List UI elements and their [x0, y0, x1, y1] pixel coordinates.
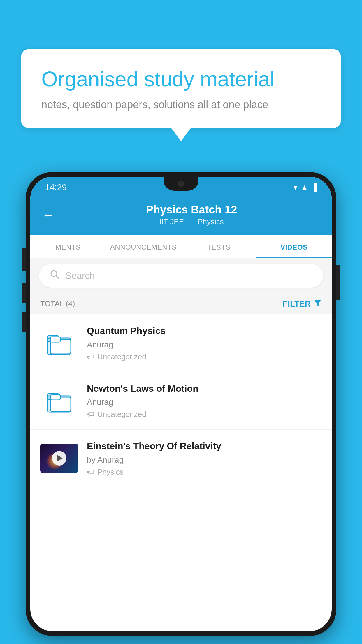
- volume-up-button: [22, 283, 26, 303]
- item-title: Newton's Laws of Motion: [87, 383, 322, 395]
- status-bar: 14:29 ▾ ▲ ▐: [30, 177, 332, 198]
- phone-screen: 14:29 ▾ ▲ ▐ ← Physics Batch 12 IIT JEE: [30, 177, 332, 631]
- tab-tests[interactable]: TESTS: [181, 235, 256, 258]
- item-info: Einstein's Theory Of Relativity by Anura…: [87, 440, 322, 477]
- phone-outer: 14:29 ▾ ▲ ▐ ← Physics Batch 12 IIT JEE: [26, 172, 336, 636]
- status-time: 14:29: [45, 182, 67, 192]
- back-button[interactable]: ←: [42, 209, 54, 221]
- item-info: Quantum Physics Anurag 🏷 Uncategorized: [87, 325, 322, 361]
- subtitle-physics: Physics: [198, 217, 224, 226]
- search-container: Search: [30, 258, 332, 293]
- tag-label: Uncategorized: [97, 410, 146, 419]
- item-tag: 🏷 Physics: [87, 468, 322, 477]
- filter-funnel-icon: [314, 299, 322, 309]
- item-title: Quantum Physics: [87, 325, 322, 337]
- phone-frame: 14:29 ▾ ▲ ▐ ← Physics Batch 12 IIT JEE: [26, 172, 336, 644]
- subtitle-iit: IIT JEE: [159, 217, 184, 226]
- item-thumbnail: [40, 328, 78, 358]
- phone-notch: [164, 177, 198, 191]
- svg-rect-8: [50, 337, 60, 342]
- list-item[interactable]: Einstein's Theory Of Relativity by Anura…: [30, 430, 332, 487]
- filter-button[interactable]: FILTER: [283, 299, 322, 309]
- camera: [178, 181, 184, 187]
- svg-marker-2: [314, 300, 321, 306]
- play-button-overlay[interactable]: [52, 451, 66, 466]
- tab-announcements[interactable]: ANNOUNCEMENTS: [106, 235, 181, 258]
- tag-label: Uncategorized: [97, 352, 146, 361]
- item-author: Anurag: [87, 340, 322, 349]
- item-thumbnail-video: [40, 444, 78, 473]
- hero-title: Organised study material: [41, 66, 321, 92]
- tab-ments[interactable]: MENTS: [30, 235, 106, 258]
- status-icons: ▾ ▲ ▐: [294, 183, 317, 192]
- search-bar[interactable]: Search: [39, 264, 323, 288]
- tag-icon: 🏷: [87, 352, 94, 361]
- app-header: ← Physics Batch 12 IIT JEE Physics: [30, 198, 332, 235]
- item-title: Einstein's Theory Of Relativity: [87, 440, 322, 452]
- volume-down-button: [22, 312, 26, 332]
- svg-line-1: [56, 276, 59, 279]
- list-item[interactable]: Quantum Physics Anurag 🏷 Uncategorized: [30, 314, 332, 372]
- filter-bar: TOTAL (4) FILTER: [30, 293, 332, 314]
- filter-label: FILTER: [283, 299, 311, 309]
- wifi-icon: ▾: [294, 183, 297, 192]
- signal-icon: ▲: [301, 183, 308, 192]
- item-info: Newton's Laws of Motion Anurag 🏷 Uncateg…: [87, 383, 322, 419]
- tabs-bar: MENTS ANNOUNCEMENTS TESTS VIDEOS: [30, 235, 332, 258]
- item-author: by Anurag: [87, 455, 322, 465]
- item-tag: 🏷 Uncategorized: [87, 410, 322, 419]
- speech-bubble-card: Organised study material notes, question…: [21, 49, 341, 128]
- tag-icon: 🏷: [87, 410, 94, 419]
- item-thumbnail: [40, 386, 78, 415]
- battery-icon: ▐: [312, 183, 317, 192]
- item-tag: 🏷 Uncategorized: [87, 352, 322, 361]
- video-list: Quantum Physics Anurag 🏷 Uncategorized: [30, 314, 332, 487]
- total-count: TOTAL (4): [40, 299, 75, 308]
- play-triangle-icon: [57, 455, 63, 462]
- list-item[interactable]: Newton's Laws of Motion Anurag 🏷 Uncateg…: [30, 372, 332, 430]
- tag-icon: 🏷: [87, 468, 94, 477]
- tab-videos[interactable]: VIDEOS: [256, 235, 332, 258]
- header-title-block: Physics Batch 12 IIT JEE Physics: [63, 204, 320, 226]
- search-icon: [50, 269, 60, 282]
- tag-label: Physics: [97, 468, 124, 477]
- search-placeholder: Search: [65, 270, 95, 281]
- hero-subtitle: notes, question papers, solutions all at…: [41, 99, 321, 111]
- item-author: Anurag: [87, 398, 322, 407]
- batch-title: Physics Batch 12: [63, 204, 320, 216]
- batch-subtitle: IIT JEE Physics: [63, 217, 320, 226]
- svg-rect-14: [50, 395, 60, 400]
